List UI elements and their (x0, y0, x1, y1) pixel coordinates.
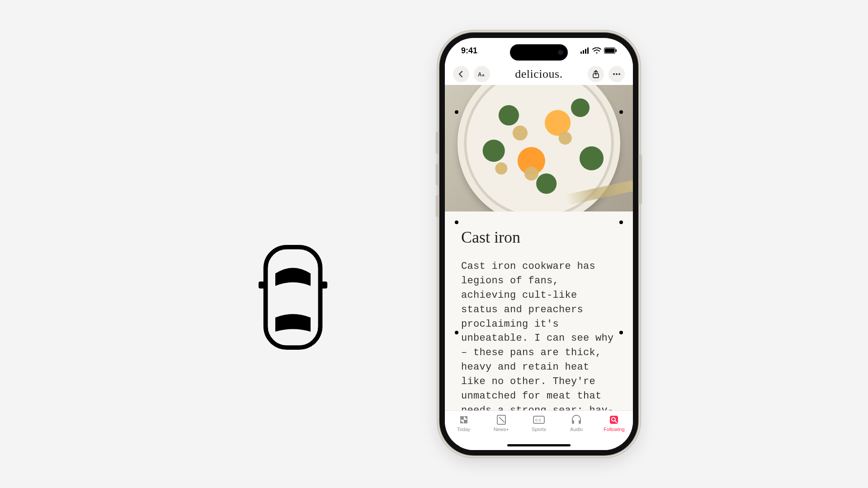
tab-sports[interactable]: 0 0 Sports (523, 414, 555, 432)
scoreboard-icon: 0 0 (533, 414, 545, 425)
tab-today[interactable]: Today (448, 414, 480, 432)
svg-rect-9 (605, 48, 614, 53)
cellular-icon (580, 47, 590, 54)
tab-label: Sports (532, 427, 546, 432)
text-size-icon: AA (478, 71, 486, 77)
svg-rect-2 (259, 282, 266, 289)
headphones-icon (571, 414, 582, 425)
svg-rect-1 (320, 282, 327, 289)
iphone-screen: 9:41 AA (445, 38, 633, 450)
article-body-text: Cast iron cookware has legions of fans, … (461, 259, 617, 410)
text-size-button[interactable]: AA (474, 66, 490, 82)
ellipsis-icon (613, 73, 621, 75)
iphone-frame: 9:41 AA (439, 33, 638, 455)
tab-label: Today (457, 427, 470, 432)
apple-news-icon (458, 414, 470, 425)
tab-following[interactable]: Following (598, 414, 630, 432)
svg-text:A: A (482, 73, 485, 77)
car-top-view-icon (258, 244, 328, 351)
tab-label: News+ (494, 427, 509, 432)
tab-label: Following (604, 427, 624, 432)
svg-text:A: A (478, 71, 482, 77)
svg-rect-10 (616, 49, 617, 52)
status-time: 9:41 (461, 46, 477, 56)
battery-icon (604, 47, 617, 54)
share-button[interactable] (588, 66, 604, 82)
svg-rect-4 (583, 50, 584, 54)
svg-rect-6 (587, 47, 589, 54)
svg-rect-5 (585, 49, 586, 54)
article-navbar: AA delicious. (445, 63, 633, 85)
svg-rect-21 (579, 420, 581, 424)
home-indicator[interactable] (507, 444, 571, 446)
publication-title: delicious. (515, 67, 562, 81)
svg-point-14 (613, 73, 615, 75)
svg-rect-0 (266, 247, 321, 347)
back-button[interactable] (453, 66, 469, 82)
svg-point-16 (618, 73, 620, 75)
tab-audio[interactable]: Audio (560, 414, 593, 432)
following-search-icon (608, 414, 620, 425)
tab-label: Audio (570, 427, 583, 432)
article-scroll[interactable]: Cast iron Cast iron cookware has legions… (445, 85, 633, 410)
article-hero-image (445, 85, 633, 211)
svg-text:0 0: 0 0 (535, 418, 541, 422)
svg-rect-3 (580, 52, 582, 54)
svg-rect-20 (572, 420, 574, 424)
chevron-left-icon (458, 70, 465, 78)
wifi-icon (592, 47, 601, 54)
svg-point-7 (596, 52, 597, 53)
more-button[interactable] (609, 66, 625, 82)
svg-point-15 (616, 73, 618, 75)
news-plus-icon (495, 414, 507, 425)
share-icon (592, 70, 599, 78)
dynamic-island (510, 44, 568, 61)
article-section-title: Cast iron (461, 228, 617, 247)
tab-news-plus[interactable]: News+ (485, 414, 518, 432)
